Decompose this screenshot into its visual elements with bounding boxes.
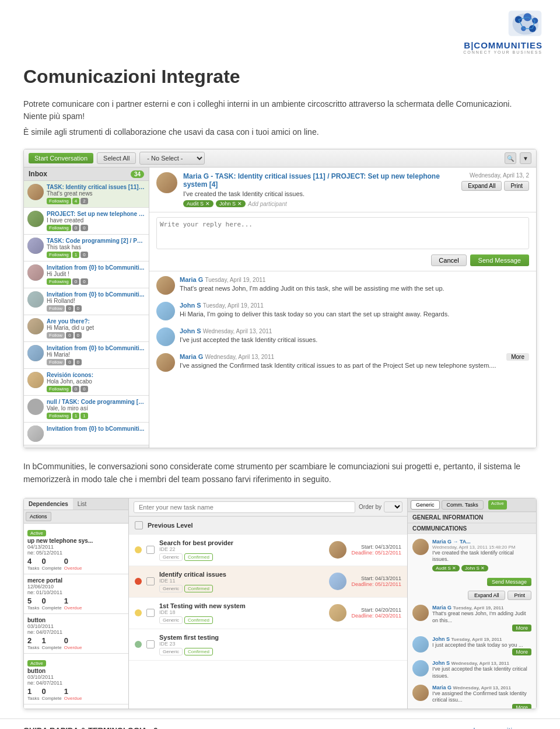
list-item[interactable]: null / TASK: Code programming [2]: Vale,… xyxy=(24,396,149,423)
task-name: Previous Level xyxy=(148,522,401,529)
list-item[interactable]: Invitation from {0} to bCommuniti... Hi … xyxy=(24,288,149,315)
logo-brand-text: B|COMMUNITIES xyxy=(464,40,542,50)
message-item-content: Invitation from {0} to bCommuniti... Hi … xyxy=(47,345,145,365)
right-message-content: Maria G Wednesday, April 13, 2011 I've a… xyxy=(432,685,531,709)
task-item[interactable]: Identify critical issues IDE 11 Generic … xyxy=(129,566,407,598)
task-dates: Start: 04/20/2011 Deadline: 04/20/2011 xyxy=(351,607,401,619)
expand-all-button[interactable]: Expand All xyxy=(468,591,506,600)
task-info: Identify critical issues IDE 11 Generic … xyxy=(159,571,324,592)
confirmed-badge: Confirmed xyxy=(184,616,213,624)
tab-list[interactable]: List xyxy=(73,498,92,510)
message-item-badges: Following 0 0 xyxy=(47,225,145,231)
list-item[interactable]: Invitation from {0} to bCommuniti... Hi … xyxy=(24,342,149,369)
task-item[interactable]: System first testing IDE 23 Generic Conf… xyxy=(129,629,407,661)
message-item-preview: Vale, lo miro así xyxy=(47,405,145,411)
message-item-content: Invitation from {0} to bCommuniti... xyxy=(47,425,145,432)
task-item[interactable]: Previous Level xyxy=(129,517,407,535)
reply-area: Cancel Send Message xyxy=(149,212,536,271)
right-communications: Maria G → TA... Wednesday, April 13, 201… xyxy=(408,534,536,709)
left-actions: Actions xyxy=(24,510,128,524)
reply-textarea[interactable] xyxy=(156,217,529,249)
list-item[interactable]: Invitation from {0} to bCommuniti... xyxy=(24,423,149,445)
more-icon[interactable]: ▼ xyxy=(520,152,531,164)
task-name-input[interactable] xyxy=(134,501,355,513)
search-icon[interactable]: 🔍 xyxy=(505,152,516,164)
header: B|COMMUNITIES CONNECT YOUR BUSINESS xyxy=(0,0,560,60)
list-item[interactable]: Revisión íconos: Hola John, acabo Follow… xyxy=(24,369,149,396)
page-title: Comunicazioni Integrate xyxy=(23,66,537,88)
generic-badge: Generic xyxy=(159,553,183,561)
right-message-item: John S Tuesday, April 19, 2011 I just ac… xyxy=(412,636,531,656)
task-checkbox[interactable] xyxy=(146,609,155,617)
count-badge: 1 xyxy=(72,413,79,419)
order-by-label: Order by xyxy=(359,504,382,510)
no-select-dropdown[interactable]: - No Select - xyxy=(139,152,205,165)
list-item[interactable]: PROJECT: Set up new telephone s... I hav… xyxy=(24,208,149,235)
remove-participant-icon[interactable]: ✕ xyxy=(205,201,210,207)
task-avatar xyxy=(329,604,346,622)
task-checkbox[interactable] xyxy=(146,577,155,585)
thread-message: John S Tuesday, April 19, 2011 Hi Maria,… xyxy=(156,302,529,320)
add-participant-link[interactable]: Add participant xyxy=(248,201,287,207)
cancel-button[interactable]: Cancel xyxy=(431,254,466,266)
thread-content: Maria G Tuesday, April 19, 2011 That's g… xyxy=(180,276,529,295)
detail-title: Maria G - TASK: Identity critical issues… xyxy=(183,172,456,189)
actions-button[interactable]: Actions xyxy=(26,512,51,521)
task-management-app: Dependencies List Actions Active up new … xyxy=(24,498,536,709)
send-message-button[interactable]: Send Message xyxy=(487,578,531,586)
thread-date: Wednesday, April 13, 2011 xyxy=(203,328,272,334)
count-badge-2: 0 xyxy=(75,359,82,365)
task-badges: Generic Confirmed xyxy=(159,585,324,592)
tab-generic[interactable]: Generic xyxy=(411,500,440,510)
right-message-content: John S Wednesday, April 13, 2011 I've ju… xyxy=(432,660,531,679)
more-button[interactable]: More xyxy=(512,648,531,655)
follow-badge: Follow xyxy=(47,332,65,339)
task-checkbox[interactable] xyxy=(135,521,143,529)
list-item[interactable]: button 03/10/2011ne: 04/07/2011 2Tasks 1… xyxy=(24,614,128,654)
list-item[interactable]: merce portal 12/06/2010ne: 01/10/2011 5T… xyxy=(24,574,128,614)
list-item[interactable]: Are you there?: Hi Maria, did u get Foll… xyxy=(24,315,149,342)
count-badge: 0 xyxy=(72,278,79,285)
task-item[interactable]: 1st Testing with new system IDE 18 Gener… xyxy=(129,598,407,629)
expand-all-button[interactable]: Expand All xyxy=(461,181,502,191)
task-priority-icon xyxy=(135,641,142,648)
avatar xyxy=(27,345,44,361)
more-button[interactable]: More xyxy=(512,704,531,709)
list-item[interactable]: Active rogramming 12/15/2010 3Tasks 0Com… xyxy=(24,704,128,709)
thread-author: John S Wednesday, April 13, 2011 xyxy=(180,327,529,334)
list-item[interactable]: Active up new telephone sys... 04/13/201… xyxy=(24,524,128,574)
print-button[interactable]: Print xyxy=(504,181,529,191)
task-info: Previous Level xyxy=(148,522,401,529)
tab-dependencies[interactable]: Dependencies xyxy=(24,498,73,510)
remove-participant-icon[interactable]: ✕ xyxy=(237,201,242,207)
intro-line1: Potrete comunicare con i partner esterni… xyxy=(23,98,537,123)
task-name: System first testing xyxy=(159,634,401,641)
message-item-title: PROJECT: Set up new telephone s... xyxy=(47,211,145,217)
tab-comm-tasks[interactable]: Comm. Tasks xyxy=(442,500,484,510)
task-checkbox[interactable] xyxy=(146,640,155,648)
following-badge: Following xyxy=(47,252,71,258)
print-button[interactable]: Print xyxy=(508,591,531,600)
detail-body-text: I've created the task Identity critical … xyxy=(183,190,456,197)
detail-header: Maria G - TASK: Identity critical issues… xyxy=(149,168,536,212)
generic-badge: Generic xyxy=(159,616,183,624)
count-badge-2: 0 xyxy=(80,278,88,285)
send-message-button[interactable]: Send Message xyxy=(470,254,529,266)
right-avatar xyxy=(412,539,429,555)
following-badge: Following xyxy=(47,278,71,285)
main-content: Comunicazioni Integrate Potrete comunica… xyxy=(0,60,560,729)
select-all-button[interactable]: Select All xyxy=(97,152,136,164)
order-by-select[interactable] xyxy=(384,501,402,512)
item-dates: 12/06/2010ne: 01/10/2011 xyxy=(27,584,125,595)
avatar xyxy=(27,399,44,415)
list-item[interactable]: TASK: Identity critical issues [11] /...… xyxy=(24,181,149,208)
list-item[interactable]: Invitation from {0} to bCommuniti... Hi … xyxy=(24,261,149,288)
list-item[interactable]: Active button 03/10/2011ne: 04/07/2011 1… xyxy=(24,654,128,704)
task-item[interactable]: Search for best provider IDE 22 Generic … xyxy=(129,535,407,566)
more-button[interactable]: More xyxy=(506,353,529,361)
task-checkbox[interactable] xyxy=(146,546,155,554)
start-conversation-button[interactable]: Start Conversation xyxy=(29,153,93,163)
more-button[interactable]: More xyxy=(512,625,531,632)
task-avatar xyxy=(329,573,346,590)
list-item[interactable]: TASK: Code programming [2] / PR... This … xyxy=(24,235,149,261)
